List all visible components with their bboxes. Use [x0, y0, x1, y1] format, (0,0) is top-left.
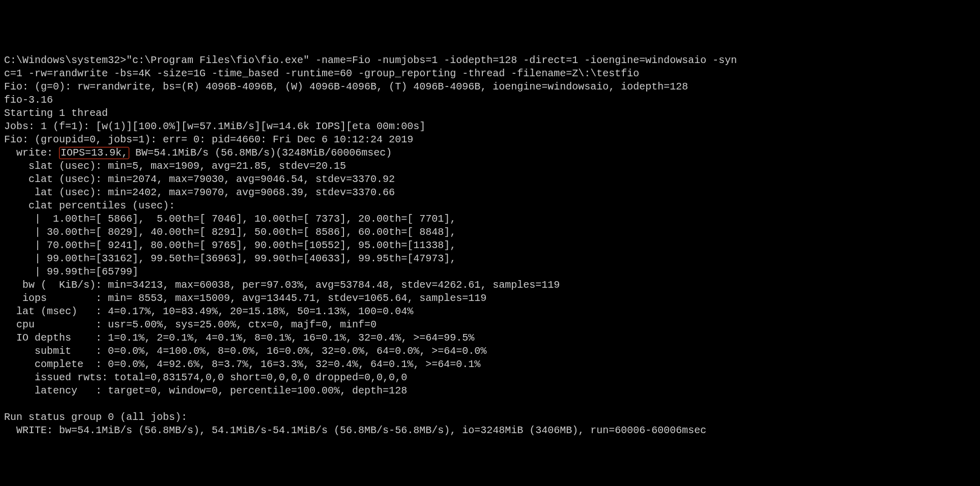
starting-threads: Starting 1 thread — [4, 107, 108, 119]
cmd-line-1: C:\Windows\system32>"c:\Program Files\fi… — [4, 54, 737, 66]
job-spec: Fio: (g=0): rw=randwrite, bs=(R) 4096B-4… — [4, 81, 688, 93]
lat-msec-line: lat (msec) : 4=0.17%, 10=83.49%, 20=15.1… — [4, 306, 413, 317]
cmd-line-2: c=1 -rw=randwrite -bs=4K -size=1G -time_… — [4, 68, 639, 79]
iops-line: iops : min= 8553, max=15009, avg=13445.7… — [4, 292, 486, 304]
iops-highlight: IOPS=13.9k, — [59, 147, 129, 159]
clat-perc-3: | 70.00th=[ 9241], 80.00th=[ 9765], 90.0… — [4, 239, 456, 251]
bw-line: bw ( KiB/s): min=34213, max=60038, per=9… — [4, 279, 560, 291]
cpu-line: cpu : usr=5.00%, sys=25.00%, ctx=0, majf… — [4, 319, 377, 330]
write-suffix: BW=54.1MiB/s (56.8MB/s)(3248MiB/60006mse… — [129, 147, 392, 159]
issued-rwts-line: issued rwts: total=0,831574,0,0 short=0,… — [4, 372, 407, 383]
clat-perc-1: | 1.00th=[ 5866], 5.00th=[ 7046], 10.00t… — [4, 213, 456, 225]
write-summary: WRITE: bw=54.1MiB/s (56.8MB/s), 54.1MiB/… — [4, 424, 706, 436]
clat-perc-2: | 30.00th=[ 8029], 40.00th=[ 8291], 50.0… — [4, 226, 456, 238]
slat-line: slat (usec): min=5, max=1909, avg=21.85,… — [4, 160, 346, 172]
clat-perc-5: | 99.99th=[65799] — [4, 266, 138, 278]
submit-line: submit : 0=0.0%, 4=100.0%, 8=0.0%, 16=0.… — [4, 345, 486, 357]
lat-line: lat (usec): min=2402, max=79070, avg=906… — [4, 187, 395, 198]
fio-version: fio-3.16 — [4, 94, 53, 106]
latency-line: latency : target=0, window=0, percentile… — [4, 385, 407, 397]
run-status-header: Run status group 0 (all jobs): — [4, 411, 187, 423]
jobs-progress: Jobs: 1 (f=1): [w(1)][100.0%][w=57.1MiB/… — [4, 120, 425, 132]
fio-groupinfo: Fio: (groupid=0, jobs=1): err= 0: pid=46… — [4, 134, 413, 145]
write-prefix: write: — [4, 147, 59, 159]
clat-line: clat (usec): min=2074, max=79030, avg=90… — [4, 173, 395, 185]
terminal-output: C:\Windows\system32>"c:\Program Files\fi… — [4, 54, 976, 437]
clat-perc-4: | 99.00th=[33162], 99.50th=[36963], 99.9… — [4, 253, 456, 264]
complete-line: complete : 0=0.0%, 4=92.6%, 8=3.7%, 16=3… — [4, 358, 480, 370]
clat-perc-header: clat percentiles (usec): — [4, 200, 175, 211]
io-depths-line: IO depths : 1=0.1%, 2=0.1%, 4=0.1%, 8=0.… — [4, 332, 474, 344]
